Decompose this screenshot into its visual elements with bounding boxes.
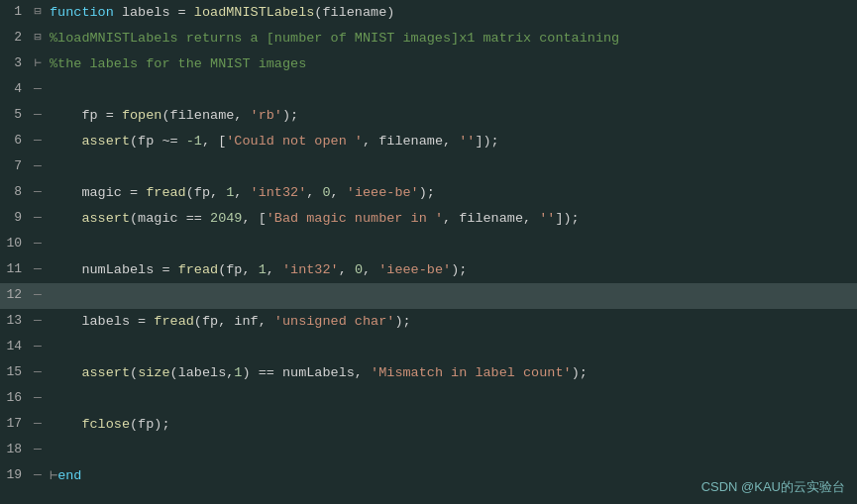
code-line: 17 — fclose(fp); <box>0 412 857 438</box>
line-content: assert(size(labels,1) == numLabels, 'Mis… <box>46 360 857 386</box>
code-line: 15 — assert(size(labels,1) == numLabels,… <box>0 360 857 386</box>
line-number: 19 <box>0 463 30 489</box>
code-line: 16 — <box>0 386 857 412</box>
line-dash: — <box>30 360 46 386</box>
code-line: 9 — assert(magic == 2049, ['Bad magic nu… <box>0 206 857 232</box>
line-dash: — <box>30 206 46 232</box>
line-number: 4 <box>0 77 30 103</box>
line-number: 14 <box>0 335 30 360</box>
code-line: 13 — labels = fread(fp, inf, 'unsigned c… <box>0 309 857 335</box>
line-dash: — <box>30 335 46 360</box>
line-dash: — <box>30 129 46 154</box>
code-line: 6 — assert(fp ~= -1, ['Could not open ',… <box>0 129 857 154</box>
fold-indicator[interactable]: ⊟ <box>30 26 46 51</box>
code-line: 3 ⊢ %the labels for the MNIST images <box>0 51 857 77</box>
line-content: function labels = loadMNISTLabels(filena… <box>46 0 857 26</box>
line-number: 13 <box>0 309 30 335</box>
line-content <box>46 77 857 103</box>
line-content: %the labels for the MNIST images <box>46 51 857 77</box>
code-line: 10 — <box>0 232 857 257</box>
line-dash: — <box>30 309 46 335</box>
watermark: CSDN @KAU的云实验台 <box>701 478 845 496</box>
code-line-current: 12 — <box>0 283 857 309</box>
line-content <box>46 386 857 412</box>
line-number: 6 <box>0 129 30 154</box>
code-line: 5 — fp = fopen(filename, 'rb'); <box>0 103 857 129</box>
line-content <box>46 283 857 309</box>
code-line: 7 — <box>0 154 857 180</box>
fold-indicator[interactable]: ⊟ <box>30 0 46 26</box>
line-dash: — <box>30 283 46 309</box>
code-line: 8 — magic = fread(fp, 1, 'int32', 0, 'ie… <box>0 180 857 206</box>
line-content: assert(magic == 2049, ['Bad magic number… <box>46 206 857 232</box>
editor-container: 1 ⊟ function labels = loadMNISTLabels(fi… <box>0 0 857 504</box>
line-number: 8 <box>0 180 30 206</box>
line-content: fclose(fp); <box>46 412 857 438</box>
line-dash: — <box>30 154 46 180</box>
code-line: 14 — <box>0 335 857 360</box>
line-dash: — <box>30 77 46 103</box>
line-dash: — <box>30 386 46 412</box>
line-dash: — <box>30 103 46 129</box>
line-number: 12 <box>0 283 30 309</box>
line-number: 11 <box>0 257 30 283</box>
line-number: 15 <box>0 360 30 386</box>
line-number: 9 <box>0 206 30 232</box>
line-content: labels = fread(fp, inf, 'unsigned char')… <box>46 309 857 335</box>
code-line: 2 ⊟ %loadMNISTLabels returns a [number o… <box>0 26 857 51</box>
code-area[interactable]: 1 ⊟ function labels = loadMNISTLabels(fi… <box>0 0 857 504</box>
line-content: assert(fp ~= -1, ['Could not open ', fil… <box>46 129 857 154</box>
line-number: 17 <box>0 412 30 438</box>
line-dash: — <box>30 232 46 257</box>
line-content <box>46 438 857 463</box>
line-dash: — <box>30 257 46 283</box>
line-content <box>46 335 857 360</box>
line-content: numLabels = fread(fp, 1, 'int32', 0, 'ie… <box>46 257 857 283</box>
line-content <box>46 232 857 257</box>
line-content: fp = fopen(filename, 'rb'); <box>46 103 857 129</box>
line-content: %loadMNISTLabels returns a [number of MN… <box>46 26 857 51</box>
line-number: 7 <box>0 154 30 180</box>
line-number: 5 <box>0 103 30 129</box>
line-number: 2 <box>0 26 30 51</box>
line-number: 16 <box>0 386 30 412</box>
line-dash: — <box>30 412 46 438</box>
line-number: 10 <box>0 232 30 257</box>
code-line: 1 ⊟ function labels = loadMNISTLabels(fi… <box>0 0 857 26</box>
line-content <box>46 154 857 180</box>
fold-indicator: ⊢ <box>30 51 46 77</box>
code-line: 11 — numLabels = fread(fp, 1, 'int32', 0… <box>0 257 857 283</box>
line-dash: — <box>30 180 46 206</box>
line-dash: — <box>30 463 46 489</box>
code-line: 4 — <box>0 77 857 103</box>
line-number: 18 <box>0 438 30 463</box>
line-content: magic = fread(fp, 1, 'int32', 0, 'ieee-b… <box>46 180 857 206</box>
code-line: 18 — <box>0 438 857 463</box>
line-dash: — <box>30 438 46 463</box>
line-number: 1 <box>0 0 30 26</box>
line-number: 3 <box>0 51 30 77</box>
